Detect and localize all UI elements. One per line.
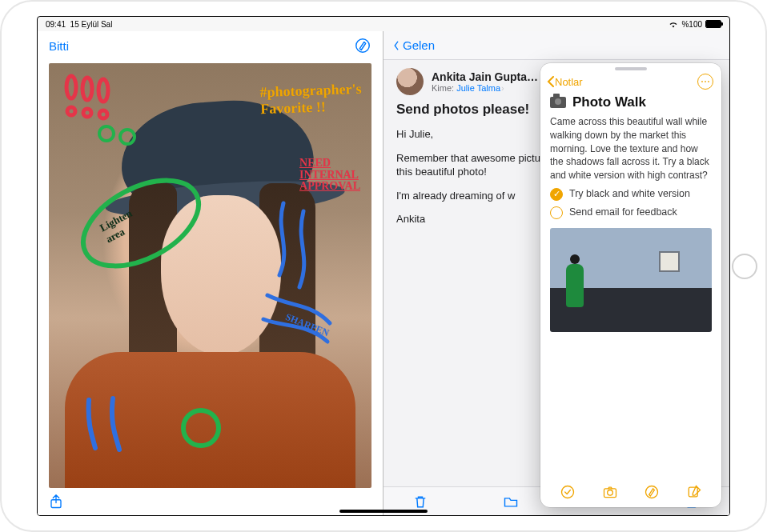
svg-point-4 <box>67 107 75 115</box>
annotation-bottom-strokes-icon <box>81 392 241 456</box>
mail-pane: Gelen Ankita Jain Gupta… Kime: Julie Tal… <box>384 31 729 515</box>
chevron-left-icon <box>392 41 401 50</box>
share-icon[interactable] <box>49 494 63 510</box>
notes-slideover[interactable]: Notlar ⋯ Photo Walk Came across this bea… <box>540 63 721 507</box>
markup-icon[interactable] <box>644 484 660 500</box>
svg-point-6 <box>99 110 107 118</box>
status-bar: 09:41 15 Eylül Sal %100 <box>38 17 729 31</box>
checklist-icon[interactable] <box>560 484 576 500</box>
markup-tool-icon[interactable] <box>354 37 371 54</box>
status-date: 15 Eylül Sal <box>70 20 113 29</box>
camera-icon <box>550 97 566 108</box>
home-button[interactable] <box>732 254 757 279</box>
svg-point-8 <box>120 130 135 144</box>
svg-point-7 <box>99 126 114 141</box>
chevron-left-icon <box>547 76 555 87</box>
chevron-right-icon: › <box>501 83 504 93</box>
svg-point-9 <box>73 167 209 279</box>
svg-point-2 <box>82 78 92 100</box>
battery-icon <box>705 20 721 28</box>
svg-point-3 <box>98 79 108 102</box>
svg-point-13 <box>562 486 574 498</box>
done-button[interactable]: Bitti <box>49 39 69 53</box>
to-prefix: Kime: <box>432 83 454 93</box>
notes-toolbar <box>540 477 721 507</box>
svg-point-16 <box>646 486 658 498</box>
svg-point-10 <box>183 410 219 446</box>
to-line[interactable]: Kime: Julie Talma› <box>432 83 538 93</box>
to-recipient: Julie Talma <box>456 83 500 93</box>
slideover-grab-handle[interactable] <box>615 67 647 70</box>
trash-icon[interactable] <box>412 494 428 510</box>
svg-point-0 <box>356 39 370 53</box>
note-title: Photo Walk <box>572 94 646 110</box>
mail-back-button[interactable]: Gelen <box>384 31 729 60</box>
svg-point-15 <box>607 490 612 496</box>
checkbox-checked-icon[interactable] <box>550 188 563 201</box>
note-image-detail <box>566 264 584 307</box>
note-body[interactable]: Came across this beautiful wall while wa… <box>540 114 721 477</box>
more-icon[interactable]: ⋯ <box>697 74 713 90</box>
note-image-detail <box>659 251 680 272</box>
wifi-icon <box>669 21 678 28</box>
todo-label: Send email for feedback <box>569 206 677 220</box>
photo-canvas[interactable]: #photographer's Favorite !! NEED INTERNA… <box>49 63 371 488</box>
annotation-lighten-circle-icon <box>73 167 209 279</box>
svg-point-5 <box>83 109 91 117</box>
status-time: 09:41 <box>46 20 66 29</box>
svg-point-1 <box>66 76 76 98</box>
folder-icon[interactable] <box>503 494 519 510</box>
annotation-scribble-icon <box>95 119 143 151</box>
note-attached-image[interactable] <box>550 228 712 332</box>
photos-markup-pane: Bitti <box>38 31 384 515</box>
new-note-icon[interactable] <box>686 484 702 500</box>
annotation-favorite: #photographer's Favorite !! <box>259 81 362 118</box>
todo-item[interactable]: Send email for feedback <box>550 206 712 220</box>
note-text: Came across this beautiful wall while wa… <box>550 115 712 182</box>
todo-label: Try black and white version <box>569 187 690 202</box>
mail-back-label: Gelen <box>403 38 435 52</box>
checkbox-unchecked-icon[interactable] <box>550 206 563 219</box>
annotation-need-approval: NEED INTERNAL APPROVAL <box>299 158 360 193</box>
todo-item[interactable]: Try black and white version <box>550 187 712 202</box>
home-indicator[interactable] <box>339 510 428 513</box>
notes-back-button[interactable]: Notlar <box>547 76 583 88</box>
notes-back-label: Notlar <box>555 76 583 88</box>
sender-name[interactable]: Ankita Jain Gupta… <box>432 70 538 83</box>
camera-icon[interactable] <box>602 484 618 500</box>
avatar[interactable] <box>396 68 424 95</box>
battery-text: %100 <box>681 20 702 29</box>
